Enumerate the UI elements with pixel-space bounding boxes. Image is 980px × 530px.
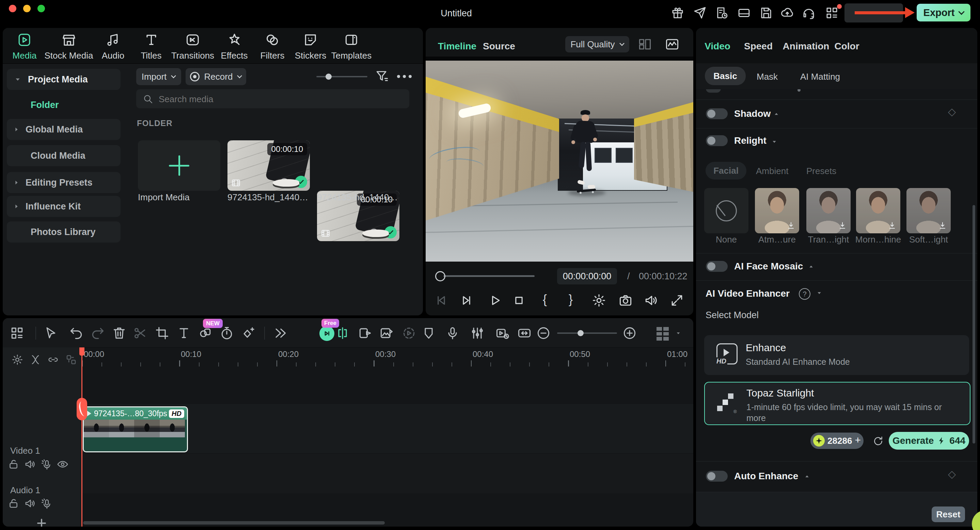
- zoom-button[interactable]: [37, 5, 45, 12]
- inspector-scrollbar[interactable]: [972, 205, 975, 444]
- ai-face-mosaic-toggle[interactable]: [706, 261, 728, 272]
- preset-tile[interactable]: [755, 188, 799, 233]
- sidebar-item-global-media[interactable]: Global Media: [7, 119, 121, 140]
- voiceover-mic-icon[interactable]: [445, 326, 460, 341]
- timeline-h-scrollbar[interactable]: [83, 521, 385, 525]
- delete-trash-icon[interactable]: [112, 326, 127, 341]
- collapse-caret-icon[interactable]: [810, 266, 813, 267]
- preset-tile[interactable]: [856, 188, 900, 233]
- preview-tab-timeline[interactable]: Timeline: [438, 41, 476, 52]
- task-list-icon[interactable]: [715, 6, 729, 20]
- audio-track-lane[interactable]: [82, 454, 693, 493]
- sidebar-item-editing-presets[interactable]: Editing Presets: [7, 172, 121, 193]
- sidebar-item-folder[interactable]: Folder: [7, 95, 121, 115]
- import-button[interactable]: Import: [136, 68, 181, 85]
- tab-video[interactable]: Video: [705, 41, 730, 52]
- snapshot-camera-icon[interactable]: [618, 293, 633, 308]
- tab-effects[interactable]: Effects: [221, 32, 248, 61]
- add-track-icon[interactable]: [37, 519, 46, 527]
- blocks-icon[interactable]: [65, 353, 77, 366]
- preset-tile[interactable]: [807, 188, 851, 233]
- relight-tab-presets[interactable]: Presets: [807, 166, 836, 177]
- export-image-icon[interactable]: [379, 326, 394, 341]
- marker-icon[interactable]: [421, 326, 436, 341]
- scopes-icon[interactable]: [665, 37, 680, 52]
- credits-pill[interactable]: 28286 +: [810, 433, 864, 449]
- tab-color[interactable]: Color: [834, 41, 859, 52]
- speed-timer-icon[interactable]: [219, 326, 234, 341]
- help-icon[interactable]: ?: [799, 288, 810, 300]
- lock-icon[interactable]: [8, 458, 20, 470]
- relight-tab-ambient[interactable]: Ambient: [756, 166, 788, 177]
- timeline-clip[interactable]: 9724135-…80_30fps HD: [83, 406, 188, 452]
- text-icon[interactable]: [177, 326, 191, 341]
- tab-transitions[interactable]: Transitions: [171, 32, 214, 61]
- tab-media[interactable]: Media: [13, 32, 37, 61]
- clip-speed-icon[interactable]: [495, 326, 510, 341]
- auto-ripple-icon[interactable]: [320, 326, 334, 341]
- select-cursor-icon[interactable]: [43, 326, 58, 341]
- media-clip-tile[interactable]: 00:00:10: [228, 140, 310, 191]
- minimize-button[interactable]: [23, 5, 31, 12]
- zoom-in-icon[interactable]: [622, 326, 637, 341]
- apps-menu-icon[interactable]: [825, 6, 839, 20]
- audio-mixer-icon[interactable]: [470, 326, 485, 341]
- search-bar[interactable]: [136, 89, 409, 108]
- generate-button[interactable]: Generate 644: [889, 432, 969, 450]
- split-scissors-icon[interactable]: [133, 326, 148, 341]
- crop-icon[interactable]: [154, 326, 170, 341]
- eye-icon[interactable]: [57, 458, 69, 470]
- mark-out-icon[interactable]: }: [569, 292, 573, 307]
- keyframe-diamond-icon[interactable]: ◇: [948, 106, 956, 118]
- quality-dropdown[interactable]: Full Quality: [565, 36, 629, 53]
- support-headset-icon[interactable]: [802, 6, 816, 20]
- send-feedback-icon[interactable]: [693, 6, 707, 20]
- track-view-icon[interactable]: [657, 327, 670, 341]
- speaker-icon[interactable]: [24, 497, 36, 509]
- relight-tab-facial[interactable]: Facial: [706, 162, 746, 180]
- model-card-enhance[interactable]: HD Enhance Standard AI Enhance Mode: [704, 335, 969, 375]
- fullscreen-icon[interactable]: [670, 293, 684, 308]
- search-input[interactable]: [158, 89, 404, 109]
- mark-in-icon[interactable]: {: [543, 292, 547, 307]
- zoom-out-icon[interactable]: [536, 326, 551, 341]
- layout-grid-icon[interactable]: [638, 37, 652, 52]
- shadow-toggle[interactable]: [706, 108, 728, 119]
- sidebar-item-project-media[interactable]: Project Media: [7, 69, 121, 90]
- thumbnail-size-slider-knob[interactable]: [326, 73, 332, 80]
- quick-split-icon[interactable]: [335, 326, 350, 341]
- credits-add[interactable]: +: [855, 434, 861, 446]
- render-preview-icon[interactable]: [401, 326, 417, 341]
- tab-templates[interactable]: Templates: [331, 32, 372, 61]
- apps-grid-icon[interactable]: [10, 326, 24, 341]
- link-icon[interactable]: [47, 353, 59, 366]
- cloud-sync-icon[interactable]: [780, 6, 794, 20]
- sidebar-item-photos-library[interactable]: Photos Library: [7, 221, 121, 242]
- keyframe-diamond-icon[interactable]: ◇: [948, 468, 956, 480]
- preset-none[interactable]: [704, 188, 748, 233]
- sidebar-item-cloud-media[interactable]: Cloud Media: [7, 145, 121, 166]
- timecode-current-box[interactable]: 00:00:00:00: [557, 268, 617, 285]
- speaker-icon[interactable]: [24, 458, 36, 470]
- reset-button[interactable]: Reset: [932, 506, 965, 522]
- model-card-topaz[interactable]: ® Topaz Starlight 1-minute 60 fps video …: [704, 382, 970, 425]
- tab-stickers[interactable]: Stickers: [295, 32, 326, 61]
- playback-settings-gear-icon[interactable]: [592, 293, 606, 308]
- unlink-icon[interactable]: [29, 353, 41, 366]
- thumbnail-size-slider[interactable]: [317, 76, 368, 77]
- refresh-icon[interactable]: [872, 435, 884, 447]
- filter-icon[interactable]: [375, 69, 390, 84]
- playhead-top-tab[interactable]: [80, 347, 84, 356]
- track-settings-gear-icon[interactable]: [11, 353, 24, 366]
- previous-frame-icon[interactable]: [433, 293, 449, 308]
- preset-tile[interactable]: [907, 188, 951, 233]
- fit-timeline-icon[interactable]: [517, 326, 532, 341]
- subtab-mask[interactable]: Mask: [757, 72, 778, 82]
- gift-icon[interactable]: [670, 6, 685, 20]
- expand-caret-icon[interactable]: [773, 141, 776, 143]
- volume-icon[interactable]: [644, 293, 659, 308]
- subtab-ai-matting[interactable]: AI Matting: [800, 72, 840, 82]
- more-options-icon[interactable]: [397, 75, 417, 78]
- tab-audio[interactable]: Audio: [102, 32, 125, 61]
- tab-animation[interactable]: Animation: [783, 41, 829, 52]
